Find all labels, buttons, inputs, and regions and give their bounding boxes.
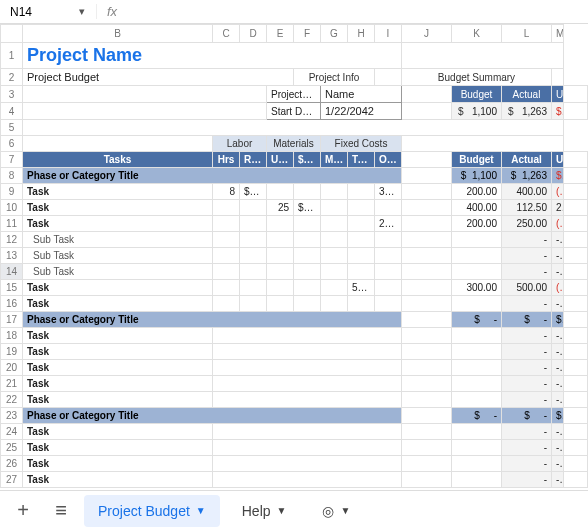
sheet-tab-bar: + ≡ Project Budget ▼ Help ▼ ◎ ▼ <box>0 490 588 530</box>
explore-tab[interactable]: ◎ ▼ <box>308 495 364 527</box>
summary-under-hdr: Under(Over) <box>552 86 564 103</box>
col-budget: Budget <box>452 152 502 168</box>
start-date-value[interactable]: 1/22/2042 <box>321 103 402 120</box>
fixed-group-header: Fixed Costs <box>321 136 402 152</box>
sheet-tab-label: Project Budget <box>98 503 190 519</box>
col-hrs: Hrs <box>213 152 240 168</box>
col-rate: Rate <box>240 152 267 168</box>
column-headers[interactable]: B C D E F G H I J K L M <box>1 25 588 43</box>
phase-title[interactable]: Phase or Category Title <box>23 168 402 184</box>
chevron-down-icon[interactable]: ▼ <box>277 505 287 516</box>
sheet-tab-active[interactable]: Project Budget ▼ <box>84 495 220 527</box>
formula-input[interactable] <box>127 3 584 21</box>
summary-actual-val[interactable]: $ 1,263 <box>502 103 552 120</box>
project-lead-value[interactable]: Name <box>321 86 402 103</box>
chevron-down-icon[interactable]: ▼ <box>340 505 350 516</box>
summary-actual-hdr: Actual <box>502 86 552 103</box>
chevron-down-icon[interactable]: ▼ <box>196 505 206 516</box>
name-box[interactable] <box>4 3 74 21</box>
col-material: Material <box>321 152 348 168</box>
help-tab[interactable]: Help ▼ <box>228 495 301 527</box>
task-cell[interactable]: Task <box>23 184 213 200</box>
row-header[interactable]: 1 <box>1 43 23 69</box>
all-sheets-button[interactable]: ≡ <box>46 499 76 522</box>
spreadsheet-grid[interactable]: B C D E F G H I J K L M 1 Project Name 2… <box>0 24 588 488</box>
col-perunit: $/Unit <box>294 152 321 168</box>
project-info-heading: Project Info <box>294 69 375 86</box>
eye-icon: ◎ <box>322 503 334 519</box>
summary-budget-hdr: Budget <box>452 86 502 103</box>
add-sheet-button[interactable]: + <box>8 499 38 522</box>
fx-icon: fx <box>96 4 127 19</box>
col-underover: Under(Over) <box>552 152 564 168</box>
formula-bar: ▾ fx <box>0 0 588 24</box>
start-date-label: Start Date: <box>267 103 321 120</box>
col-travel: Travel <box>348 152 375 168</box>
materials-group-header: Materials <box>267 136 321 152</box>
col-actual: Actual <box>502 152 552 168</box>
col-other: Other <box>375 152 402 168</box>
phase-title[interactable]: Phase or Category Title <box>23 408 402 424</box>
project-title[interactable]: Project Name <box>23 43 402 69</box>
col-units: Units <box>267 152 294 168</box>
project-lead-label: Project Lead: <box>267 86 321 103</box>
col-tasks: Tasks <box>23 152 213 168</box>
budget-summary-heading: Budget Summary <box>402 69 552 86</box>
labor-group-header: Labor <box>213 136 267 152</box>
summary-under-val[interactable]: $ (165) <box>552 103 564 120</box>
summary-budget-val[interactable]: $ 1,100 <box>452 103 502 120</box>
phase-title[interactable]: Phase or Category Title <box>23 312 402 328</box>
project-subtitle[interactable]: Project Budget <box>23 69 294 86</box>
name-box-dropdown[interactable]: ▾ <box>74 5 90 18</box>
